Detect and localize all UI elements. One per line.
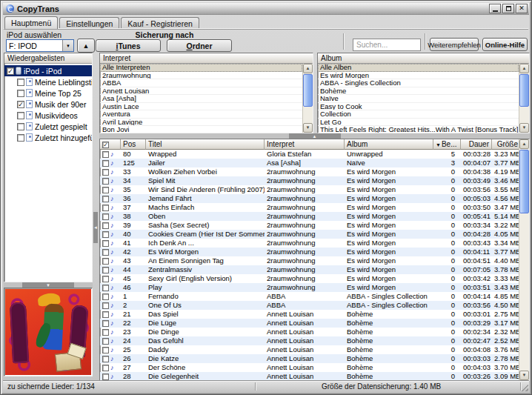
playlist-checkbox[interactable]: ✓	[7, 67, 14, 75]
list-item[interactable]: Asa [Asha]	[100, 95, 302, 103]
scroll-down-icon[interactable]: ▼	[519, 123, 529, 133]
track-row[interactable]: ♪ 1 Fernando ABBA ABBA - Singles Collect…	[100, 292, 519, 301]
playlist-tree-item[interactable]: Meine Lieblingstitel	[4, 76, 92, 87]
track-row[interactable]: ♪ 25 Daddy Annett Louisan Bohème 0 00:04…	[100, 345, 519, 354]
list-item[interactable]: Naïve	[318, 95, 519, 103]
splitter-up-icon[interactable]: ▲	[289, 133, 341, 139]
track-row[interactable]: ♪ 38 Oben 2raumwohnung Es wird Morgen 0 …	[100, 212, 519, 221]
track-checkbox[interactable]	[102, 356, 109, 362]
main-horizontal-splitter[interactable]: ▲	[99, 133, 530, 139]
track-checkbox[interactable]	[102, 151, 109, 158]
backup-to-itunes-button[interactable]: iTunes	[96, 39, 161, 52]
track-row[interactable]: ♪ 27 Der Schöne Annett Louisan Bohème 0 …	[100, 363, 519, 372]
artist-scrollbar[interactable]: ▲ ▼	[302, 64, 313, 133]
list-item[interactable]: Let Go	[318, 119, 519, 127]
splitter-left-icon[interactable]: ◄	[93, 212, 98, 243]
track-checkbox[interactable]	[102, 213, 109, 220]
list-item[interactable]: Annett Louisan	[100, 87, 302, 96]
column-header-rating[interactable]: ▼Be...	[433, 139, 461, 150]
playlist-checkbox[interactable]	[17, 134, 24, 142]
track-checkbox[interactable]	[102, 196, 109, 202]
track-checkbox[interactable]	[102, 329, 109, 336]
list-item[interactable]: Alle Interpreten	[100, 64, 302, 72]
track-checkbox[interactable]	[102, 240, 109, 247]
list-item[interactable]: Bon Jovi	[100, 126, 302, 133]
track-row[interactable]: ♪ 46 Play 2raumwohnung Es wird Morgen 0 …	[100, 283, 519, 292]
playlist-tree-item[interactable]: ✓ iPod - iPod	[4, 65, 92, 76]
track-checkbox[interactable]	[102, 169, 109, 176]
track-row[interactable]: ♪ 37 Machs Einfach 2raumwohnung Es wird …	[100, 203, 519, 212]
close-button[interactable]: ✕	[516, 4, 528, 13]
playlist-checkbox[interactable]	[17, 112, 24, 119]
playlist-checkbox[interactable]	[17, 79, 24, 86]
recommend-button[interactable]: Weiterempfehlen	[430, 38, 479, 51]
list-item[interactable]: Es wird Morgen	[318, 72, 519, 80]
scroll-up-icon[interactable]: ▲	[519, 139, 529, 149]
scroll-down-icon[interactable]: ▼	[519, 371, 529, 380]
playlist-tree-item[interactable]: Zuletzt gespielt	[4, 121, 92, 132]
list-item[interactable]: Aventura	[100, 110, 302, 119]
track-row[interactable]: ♪ 45 Sexy Girl (English Version) 2raumwo…	[100, 274, 519, 283]
track-checkbox[interactable]	[102, 205, 109, 211]
scroll-down-icon[interactable]: ▼	[303, 123, 313, 133]
column-header-interpret[interactable]: Interpret	[265, 139, 345, 150]
column-header-groesse[interactable]: Größe	[492, 139, 520, 150]
track-row[interactable]: ♪ 39 Sasha (Sex Secret) 2raumwohnung Es …	[100, 221, 519, 230]
track-checkbox[interactable]	[102, 276, 109, 282]
column-header-titel[interactable]: Titel	[146, 139, 265, 150]
playlist-tree-item[interactable]: Zuletzt hinzugefügt	[4, 132, 92, 143]
artist-column-header[interactable]: Interpret	[100, 53, 313, 64]
track-checkbox[interactable]	[102, 231, 109, 238]
track-checkbox[interactable]	[102, 320, 109, 327]
select-all-header[interactable]: ✓	[100, 139, 121, 150]
track-checkbox[interactable]	[102, 222, 109, 229]
list-item[interactable]: Alle Alben	[318, 64, 519, 72]
track-checkbox[interactable]	[102, 249, 109, 256]
track-checkbox[interactable]	[102, 285, 109, 291]
left-horizontal-splitter[interactable]: ▼	[4, 282, 93, 288]
track-row[interactable]: ♪ 26 Die Katze Annett Louisan Bohème 0 0…	[100, 354, 519, 363]
device-combobox[interactable]: F: IPOD ▼	[6, 39, 74, 52]
eject-button[interactable]: ▲	[77, 39, 95, 53]
online-help-button[interactable]: Online-Hilfe	[482, 38, 528, 51]
track-checkbox[interactable]	[102, 365, 109, 371]
list-item[interactable]: Collection	[318, 110, 519, 119]
track-row[interactable]: ♪ 2 One Of Us ABBA ABBA - Singles Collec…	[100, 301, 519, 310]
tab-einstellungen[interactable]: Einstellungen	[59, 17, 119, 29]
track-checkbox[interactable]	[102, 178, 109, 185]
playlist-tree-item[interactable]: ✓ Musik der 90er	[4, 99, 92, 110]
list-item[interactable]: 2raumwohnung	[100, 72, 302, 80]
track-checkbox[interactable]	[102, 187, 109, 193]
track-row[interactable]: ♪ 33 Wolken Ziehen Vorbei 2raumwohnung E…	[100, 167, 519, 176]
list-item[interactable]: This Left Feels Right: Greatest Hits...W…	[318, 126, 519, 133]
splitter-down-icon[interactable]: ▼	[22, 282, 74, 288]
track-row[interactable]: ♪ 40 Cookies Cream (Hier Ist Der Sommer)…	[100, 230, 519, 239]
track-checkbox[interactable]	[102, 302, 109, 309]
playlist-checkbox[interactable]	[17, 123, 24, 130]
column-header-album[interactable]: Album	[345, 139, 433, 150]
track-row[interactable]: ♪ 21 Das Spiel Annett Louisan Bohème 0 0…	[100, 310, 519, 319]
playlist-tree-item[interactable]: Meine Top 25	[4, 87, 92, 99]
track-row[interactable]: ♪ 43 An Einem Sonnigen Tag 2raumwohnung …	[100, 256, 519, 265]
track-row[interactable]: ♪ 41 Ich Denk An ... 2raumwohnung Es wir…	[100, 239, 519, 248]
track-checkbox[interactable]	[102, 374, 109, 380]
track-checkbox[interactable]	[102, 258, 109, 265]
track-row[interactable]: ♪ 44 Zentralmassiv 2raumwohnung Es wird …	[100, 265, 519, 274]
vertical-splitter[interactable]: ◄	[93, 53, 98, 380]
track-checkbox[interactable]	[102, 338, 109, 345]
scrollbar-thumb[interactable]	[519, 150, 529, 213]
list-item[interactable]: Bohème	[318, 87, 519, 96]
album-column-header[interactable]: Album	[318, 53, 529, 64]
track-row[interactable]: ♪ 22 Die Lüge Annett Louisan Bohème 0 00…	[100, 319, 519, 328]
scroll-up-icon[interactable]: ▲	[303, 64, 313, 73]
track-row[interactable]: ♪ 23 Die Dinge Annett Louisan Bohème 0 0…	[100, 328, 519, 336]
track-row[interactable]: ♪ 42 Es Wird Morgen 2raumwohnung Es wird…	[100, 248, 519, 256]
track-row[interactable]: ♪ 24 Das Gefühl Annett Louisan Bohème 0 …	[100, 336, 519, 345]
list-item[interactable]: Austin Lace	[100, 103, 302, 111]
column-header-pos[interactable]: Pos	[121, 139, 146, 150]
track-checkbox[interactable]	[102, 347, 109, 353]
playlist-checkbox[interactable]	[17, 90, 24, 97]
tab-kauf-registrieren[interactable]: Kauf - Registrieren	[121, 17, 199, 29]
playlist-checkbox[interactable]: ✓	[17, 101, 24, 108]
search-input[interactable]	[353, 39, 421, 51]
